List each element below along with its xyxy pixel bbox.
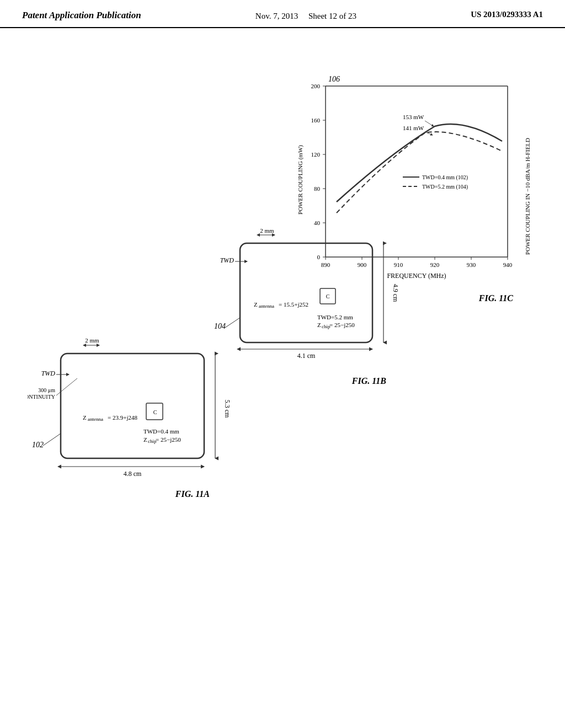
svg-text:940: 940 [503, 261, 513, 268]
svg-text:Z: Z [143, 436, 147, 443]
svg-text:920: 920 [430, 261, 440, 268]
svg-text:910: 910 [394, 261, 403, 268]
pub-date: Nov. 7, 2013 [255, 12, 298, 20]
svg-text:POWER COUPLING IN −10 dBA/m H-: POWER COUPLING IN −10 dBA/m H-FIELD [524, 138, 531, 255]
svg-text:2 mm: 2 mm [260, 227, 274, 234]
page-header: Patent Application Publication Nov. 7, 2… [0, 0, 565, 28]
svg-line-43 [225, 318, 240, 328]
svg-text:FIG. 11C: FIG. 11C [478, 293, 514, 303]
sheet-info: Sheet 12 of 23 [308, 12, 356, 20]
svg-text:TWD=5.2 mm (104): TWD=5.2 mm (104) [422, 184, 468, 190]
svg-text:4.8 cm: 4.8 cm [124, 470, 142, 478]
patent-number: US 2013/0293333 A1 [471, 10, 543, 19]
svg-text:antenna: antenna [259, 303, 274, 309]
svg-text:120: 120 [311, 151, 321, 158]
svg-text:300 μm: 300 μm [38, 387, 55, 393]
svg-text:FREQUENCY (MHz): FREQUENCY (MHz) [387, 272, 446, 280]
svg-text:POWER COUPLING (mW): POWER COUPLING (mW) [297, 144, 304, 214]
svg-text:= 25−j250: = 25−j250 [156, 436, 181, 443]
svg-text:TWD=0.4 mm (102): TWD=0.4 mm (102) [422, 174, 468, 181]
svg-text:C: C [153, 409, 157, 415]
svg-text:890: 890 [321, 261, 331, 268]
svg-text:80: 80 [314, 185, 321, 192]
svg-text:102: 102 [32, 441, 44, 449]
svg-text:900: 900 [358, 261, 367, 268]
publication-title: Patent Application Publication [22, 10, 141, 21]
svg-text:153 mW: 153 mW [403, 114, 424, 120]
svg-text:FIG. 11B: FIG. 11B [351, 376, 387, 386]
svg-text:104: 104 [214, 322, 226, 330]
svg-text:141 mW: 141 mW [403, 125, 424, 131]
svg-line-13 [56, 378, 77, 395]
fig-11c: POWER COUPLING (mW) POWER COUPLING IN −1… [292, 69, 546, 345]
svg-text:2 mm: 2 mm [85, 337, 99, 344]
svg-text:0: 0 [317, 254, 321, 260]
svg-text:= 23.9+j248: = 23.9+j248 [108, 414, 137, 421]
svg-text:DISCONTINUITY: DISCONTINUITY [28, 394, 55, 400]
svg-line-22 [43, 433, 61, 446]
svg-text:Z: Z [83, 414, 87, 421]
svg-text:200: 200 [311, 83, 321, 89]
svg-line-77 [425, 121, 434, 126]
svg-text:4.1 cm: 4.1 cm [297, 352, 316, 360]
main-content: C 4.8 cm 5.3 cm TWD 2 mm 300 μm DISCONTI… [0, 28, 565, 718]
svg-rect-0 [61, 354, 204, 458]
svg-text:FIG. 11A: FIG. 11A [175, 489, 210, 499]
svg-text:antenna: antenna [88, 416, 103, 422]
svg-text:930: 930 [467, 261, 476, 268]
svg-text:Z: Z [254, 301, 258, 308]
svg-text:TWD=0.4 mm: TWD=0.4 mm [143, 428, 179, 435]
svg-text:TWD: TWD [41, 370, 56, 377]
header-center: Nov. 7, 2013 Sheet 12 of 23 [255, 10, 356, 23]
fig-11a: C 4.8 cm 5.3 cm TWD 2 mm 300 μm DISCONTI… [28, 337, 232, 569]
svg-text:160: 160 [311, 117, 321, 124]
svg-text:TWD: TWD [220, 256, 234, 264]
svg-text:106: 106 [328, 75, 340, 83]
svg-text:40: 40 [314, 220, 321, 226]
